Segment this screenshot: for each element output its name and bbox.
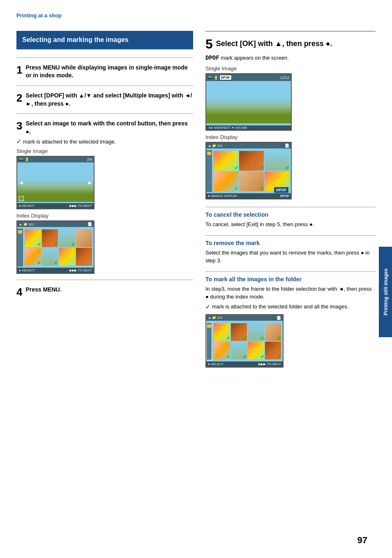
step5-single-label: Single Image (205, 65, 376, 72)
step5-landscape (206, 81, 291, 123)
grid-cell-4 (76, 229, 92, 247)
step5-number: 5 (205, 37, 213, 51)
dpof-badge: DPOF (219, 75, 232, 80)
sub-mark-all: To mark all the images in the folder In … (205, 271, 376, 368)
mark-all-note: ✓ mark is attached to the selected folde… (205, 303, 376, 310)
mark-all-title: To mark all the images in the folder (205, 271, 376, 282)
cam-toolbar-single: 📷 🔋 2/9 (17, 157, 94, 162)
side-tab: Printing still images (379, 247, 392, 337)
section-header: Selecting and marking the images (16, 31, 193, 49)
step4-number: 4 (16, 287, 22, 297)
grid-cell-5: ✓ (25, 248, 41, 266)
step5-index-screen: ▲ 📁 101 📄 ✓ ✓ ✓ (205, 142, 292, 199)
landscape-image (17, 164, 94, 202)
step3-note: ✓ mark is attached to the selected image… (16, 138, 193, 145)
step-2: 2 Select [DPOF] with ▲/▼ and select [Mul… (16, 86, 193, 113)
step5-index-bottom: ● SINGLE DISPLAY DPOF (206, 193, 291, 199)
step5-text: Select [OK] with ▲, then press ●. (216, 37, 332, 49)
cam-bottom-index: ● SELECT ▶▶▶ TO NEXT (17, 268, 94, 273)
step1-text: Press MENU while displaying images in si… (25, 64, 193, 80)
step5-folder-bar (206, 150, 212, 192)
side-tab-text: Printing still images (383, 269, 389, 315)
grid-cell-7 (59, 248, 75, 266)
grid-cell-r4: ✓ (214, 171, 238, 191)
left-arrow-indicator: ◄ (17, 179, 24, 186)
grid-cell-r3: ✓ (265, 151, 289, 171)
step3-index-label: Index Display (16, 213, 193, 219)
cam-toolbar-index: ▲ 📁 101 📄 (17, 221, 94, 227)
step-3: 3 Select an image to mark with the contr… (16, 113, 193, 280)
folder-bar (17, 229, 23, 266)
right-column: 5 Select [OK] with ▲, then press ●. DPOF… (205, 31, 376, 368)
mark-all-folder-bar (206, 322, 212, 360)
grid-cell-3: ✓ (59, 229, 75, 247)
step5-cam-toolbar: 📷 🔋 DPOF 12/12 (206, 74, 291, 81)
step3-index-screen: ▲ 📁 101 📄 ✓ ✓ (16, 220, 95, 274)
right-col-top: 5 Select [OK] with ▲, then press ●. DPOF… (205, 31, 376, 199)
dpof-badge-index: DPOF (274, 187, 288, 193)
sub-remove: To remove the mark Select the images tha… (205, 235, 376, 265)
step3-text: Select an image to mark with the control… (25, 120, 193, 136)
breadcrumb: Printing at a shop (16, 12, 376, 19)
checkmark-icon: ✓ (16, 138, 21, 145)
remove-body: Select the images that you want to remov… (205, 249, 376, 265)
mark-all-screen: ▲ 📁 101 📄 ✓ ✓ (205, 314, 284, 368)
step4-text: Press MENU. (25, 286, 193, 294)
step1-number: 1 (16, 65, 22, 75)
step2-number: 2 (16, 93, 22, 103)
page-container: Printing at a shop Selecting and marking… (0, 0, 392, 558)
step5-cam-bottom: ◄► BACK/NEXT ▼ VOLUME (206, 125, 291, 130)
cancel-body: To cancel, select [Exit] in step 5, then… (205, 220, 376, 229)
right-arrow-indicator: ► (87, 179, 94, 186)
step3-single-screen: 📷 🔋 2/9 ◄ ► □ ● SELECT ▶▶▶ TO NEXT (16, 156, 95, 209)
step3-note-text: mark is attached to the selected image. (23, 139, 116, 145)
index-grid: ✓ ✓ ✓ ✓ ✓ (24, 229, 93, 266)
step5-single-screen: 📷 🔋 DPOF 12/12 ◄► BACK/NEXT ▼ VOLUME (205, 73, 292, 131)
remove-title: To remove the mark (205, 235, 376, 246)
grid-cell-r1: ✓ (214, 151, 238, 171)
step-4: 4 Press MENU. (16, 280, 193, 300)
mark-all-toolbar: ▲ 📁 101 📄 (206, 315, 283, 321)
step-1: 1 Press MENU while displaying images in … (16, 58, 193, 86)
folder-icon (18, 230, 22, 234)
step3-number: 3 (16, 120, 22, 131)
sub-cancel: To cancel the selection To cancel, selec… (205, 207, 376, 229)
step-5: 5 Select [OK] with ▲, then press ●. (205, 37, 376, 51)
page-number: 97 (357, 535, 367, 546)
step3-single-label: Single Image (16, 148, 193, 154)
grid-cell-6: ✓ (42, 248, 58, 266)
section-title: Selecting and marking the images (22, 36, 129, 43)
grid-cell-r5: ✓ (239, 171, 264, 191)
step5-index-grid: ✓ ✓ ✓ ✓ ✓ (213, 150, 290, 192)
step5-index-label: Index Display (205, 134, 376, 140)
grid-cell-8 (76, 248, 92, 266)
cam-bottom-single: ● SELECT ▶▶▶ TO NEXT (17, 203, 94, 208)
grid-cell-2: ✓ (42, 229, 58, 247)
mark-all-bottom: ● SELECT ▶▶▶ TO NEXT (206, 361, 283, 367)
mark-box: □ (19, 196, 24, 201)
step2-text: Select [DPOF] with ▲/▼ and select [Multi… (25, 92, 193, 108)
mark-all-grid: ✓ ✓ ✓ ✓ ✓ (213, 322, 282, 360)
cancel-title: To cancel the selection (205, 207, 376, 218)
mark-all-body: In step3, move the frame to the folder s… (205, 285, 376, 301)
step5-index-toolbar: ▲ 📁 101 📄 (206, 143, 291, 148)
grid-cell-r2: ✓ (239, 151, 264, 171)
dpof-note: DPOF mark appears on the screen. (205, 55, 376, 61)
grid-cell-1: ✓ (25, 229, 41, 247)
left-column: Selecting and marking the images 1 Press… (16, 31, 193, 368)
